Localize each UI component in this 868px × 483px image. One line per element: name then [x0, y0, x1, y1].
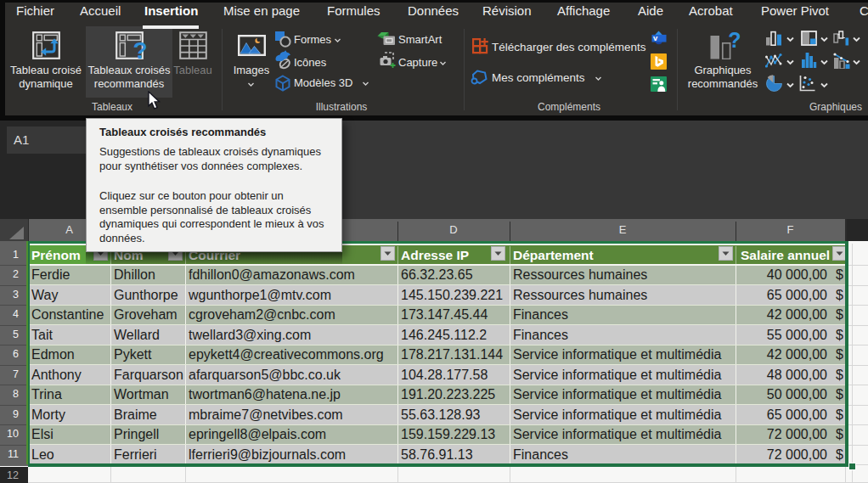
- svg-text:v: v: [653, 33, 658, 42]
